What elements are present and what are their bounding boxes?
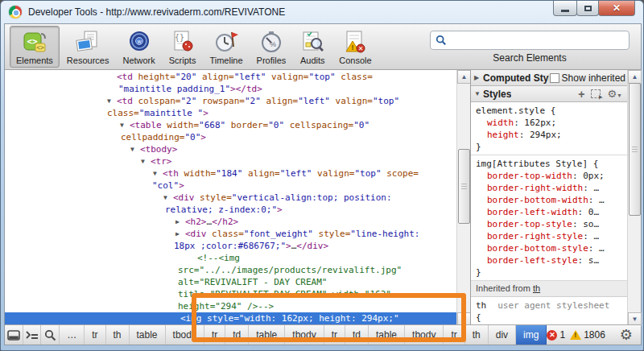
code-attr: valign= <box>266 72 308 82</box>
dom-tree-node[interactable]: <!--<img <box>5 252 456 264</box>
expand-arrow-down-icon[interactable]: ▼ <box>141 155 151 167</box>
gear-menu-button[interactable]: ⚙▼ <box>607 89 622 100</box>
devtools-window: Developer Tools - http://www.revivaderm.… <box>0 0 644 351</box>
breadcrumb-item-th[interactable]: th <box>106 325 130 345</box>
tab-label: Timeline <box>209 56 242 65</box>
inherited-node-link[interactable]: th <box>533 283 540 293</box>
dom-tree-node[interactable]: "maintitle padding_1"></td> <box>5 83 456 95</box>
search-input[interactable] <box>430 31 630 50</box>
show-inherited-checkbox[interactable] <box>550 73 559 83</box>
tab-scripts[interactable]: {}Scripts <box>163 26 203 68</box>
css-property[interactable]: border-right-style: … <box>476 230 624 242</box>
expand-arrow-down-icon[interactable]: ▼ <box>107 95 117 107</box>
breadcrumb-item-div[interactable]: div <box>489 325 516 345</box>
breadcrumb-item-table[interactable]: table <box>369 325 405 345</box>
dom-tree-node[interactable]: alt="REVIVALIFT - DAY CREAM" <box>5 276 456 288</box>
breadcrumb-item-table[interactable]: table <box>249 325 285 345</box>
breadcrumb-item-tbody[interactable]: tbody <box>166 325 204 345</box>
breadcrumb-item-td[interactable]: td <box>345 325 369 345</box>
disclosure-right-icon[interactable]: ▶ <box>474 74 483 81</box>
code-val: "0" <box>353 120 369 130</box>
scrollbar-thumb[interactable] <box>629 83 641 216</box>
inspect-button[interactable] <box>41 325 60 345</box>
dom-tree-node[interactable]: <td height="20" align="left" valign="top… <box>5 71 456 83</box>
error-icon[interactable]: ✕ <box>547 330 557 341</box>
scroll-up-icon[interactable]: ▲ <box>628 70 642 84</box>
tab-profiles[interactable]: %Profiles <box>250 26 293 68</box>
breadcrumb-item-td[interactable]: td <box>225 325 249 345</box>
settings-gear-icon[interactable]: ⚙ <box>615 328 638 342</box>
dom-tree-node[interactable]: ▼<td colspan="2" rowspan="2" align="left… <box>5 95 456 107</box>
error-count[interactable]: 1 <box>559 329 565 341</box>
element-state-icon[interactable] <box>591 89 601 98</box>
minimize-button[interactable] <box>553 1 577 16</box>
dom-tree-node[interactable]: class="maintitle "> <box>5 107 456 119</box>
css-property[interactable]: border-right-width: … <box>476 182 624 194</box>
breadcrumb-item-th[interactable]: th <box>465 325 489 345</box>
tab-console[interactable]: !✕Console <box>332 26 378 68</box>
dom-tree-node[interactable]: height="294" />--> <box>5 300 456 312</box>
scrollbar-thumb[interactable] <box>458 149 470 224</box>
css-property[interactable]: border-top-width: 0px; <box>476 170 624 182</box>
breadcrumb-item-ellipsis[interactable]: … <box>60 325 85 345</box>
warning-icon[interactable] <box>570 330 581 340</box>
dom-tree-node[interactable]: ▶<h2>…</h2> <box>5 216 456 228</box>
dock-button[interactable] <box>5 325 23 345</box>
styles-header[interactable]: ▼ Styles + ⚙▼ <box>471 86 629 102</box>
css-property[interactable]: height: 294px; <box>476 129 624 141</box>
console-toggle-button[interactable] <box>23 325 42 345</box>
breadcrumb-item-tbody[interactable]: tbody <box>405 325 444 345</box>
dom-tree-node[interactable]: ▼<div style="vertical-align:top; positio… <box>5 192 456 204</box>
css-property[interactable]: border-top-style: so… <box>476 218 624 230</box>
sidebar-scrollbar[interactable]: ▲ ▼ <box>627 70 641 326</box>
maximize-button[interactable] <box>576 1 599 16</box>
breadcrumb-item-tr[interactable]: tr <box>324 325 345 345</box>
dom-tree-node[interactable]: ▼<table width="668" border="0" cellspaci… <box>5 119 456 131</box>
dom-tree-node[interactable]: cellpadding="0"> <box>5 131 456 143</box>
breadcrumb-item-tbody[interactable]: tbody <box>285 325 324 345</box>
breadcrumb-item-tr[interactable]: tr <box>444 325 464 345</box>
code-tag: > <box>203 108 208 118</box>
tab-elements[interactable]: <><>Elements <box>10 26 60 68</box>
css-selector[interactable]: thuser agent stylesheet <box>476 299 624 312</box>
expand-arrow-down-icon[interactable]: ▼ <box>163 192 173 204</box>
breadcrumb-item-tr[interactable]: tr <box>204 325 225 345</box>
dom-tree-node[interactable]: ▼<tr> <box>5 155 456 167</box>
expand-arrow-down-icon[interactable]: ▼ <box>120 119 130 131</box>
css-selector[interactable]: element.style { <box>476 105 624 117</box>
css-property[interactable]: border-bottom-style: … <box>476 242 624 254</box>
css-selector[interactable]: img[Attributes Style] { <box>476 158 624 170</box>
expand-arrow-down-icon[interactable]: ▼ <box>153 167 163 180</box>
dom-tree-node-selected[interactable]: <img style="width: 162px; height: 294px;… <box>5 312 456 324</box>
title-bar[interactable]: Developer Tools - http://www.revivaderm.… <box>1 1 643 23</box>
dom-tree-node[interactable]: relative; z-index:0;"> <box>5 204 456 216</box>
dom-tree-node[interactable]: "col"> <box>5 180 456 192</box>
css-property[interactable]: width: 162px; <box>476 117 624 129</box>
dom-tree-node[interactable]: ▼<tbody> <box>5 143 456 155</box>
expand-arrow-right-icon[interactable]: ▶ <box>175 228 185 240</box>
tab-timeline[interactable]: Timeline <box>203 26 249 68</box>
css-property[interactable]: border-bottom-width: … <box>476 194 624 206</box>
css-property[interactable]: border-left-width: 0… <box>476 206 624 218</box>
tab-resources[interactable]: Resources <box>60 26 116 68</box>
breadcrumb-item-img[interactable]: img <box>516 325 547 345</box>
breadcrumb-item-tr[interactable]: tr <box>85 325 105 345</box>
scroll-up-icon[interactable]: ▲ <box>457 70 471 84</box>
disclosure-down-icon[interactable]: ▼ <box>474 90 483 97</box>
dom-tree-node[interactable]: title="REVIVALIFT-DAY CREAM" width="162" <box>5 288 456 300</box>
dom-tree-node[interactable]: ▼<th width="184" align="left" valign="to… <box>5 167 456 180</box>
close-button[interactable]: ✕ <box>598 1 635 16</box>
dom-tree-node[interactable]: src="../../images/products/revivalift.jp… <box>5 264 456 276</box>
tab-audits[interactable]: Audits <box>293 26 332 68</box>
expand-arrow-down-icon[interactable]: ▼ <box>130 143 140 155</box>
warning-count[interactable]: 1806 <box>584 329 605 341</box>
dom-tree-node[interactable]: 18px ;color:#686767;">…</div> <box>5 240 456 252</box>
css-property[interactable]: border-left-style: s… <box>476 254 624 266</box>
elements-scrollbar[interactable]: ▲ ▼ <box>456 70 470 326</box>
tab-network[interactable]: wNetwork <box>116 26 161 68</box>
breadcrumb-item-table[interactable]: table <box>130 325 166 345</box>
dom-tree-node[interactable]: ▶<div class="font_weight" style="line-he… <box>5 228 456 240</box>
expand-arrow-right-icon[interactable]: ▶ <box>175 216 185 228</box>
computed-style-header[interactable]: ▶ Computed Style Show inherited <box>471 70 629 86</box>
add-rule-icon[interactable]: + <box>578 89 584 100</box>
